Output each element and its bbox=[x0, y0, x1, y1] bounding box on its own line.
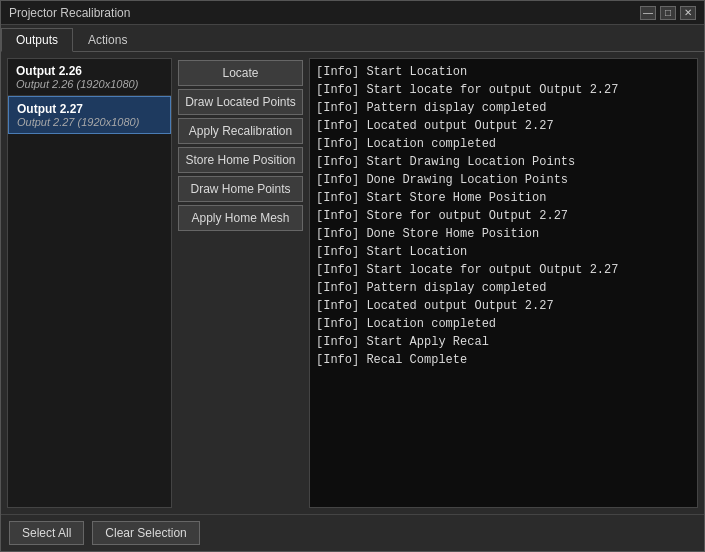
log-panel: [Info] Start Location[Info] Start locate… bbox=[309, 58, 698, 508]
clear-selection-button[interactable]: Clear Selection bbox=[92, 521, 199, 545]
log-entry: [Info] Start locate for output Output 2.… bbox=[316, 261, 691, 279]
tab-outputs[interactable]: Outputs bbox=[1, 28, 73, 52]
log-entry: [Info] Done Drawing Location Points bbox=[316, 171, 691, 189]
log-entry: [Info] Store for output Output 2.27 bbox=[316, 207, 691, 225]
log-entry: [Info] Located output Output 2.27 bbox=[316, 117, 691, 135]
log-entry: [Info] Location completed bbox=[316, 315, 691, 333]
log-entry: [Info] Start Store Home Position bbox=[316, 189, 691, 207]
store-home-position-button[interactable]: Store Home Position bbox=[178, 147, 303, 173]
output-res-2-26: Output 2.26 (1920x1080) bbox=[16, 78, 163, 90]
actions-panel: Locate Draw Located Points Apply Recalib… bbox=[178, 58, 303, 508]
outputs-panel: Output 2.26 Output 2.26 (1920x1080) Outp… bbox=[7, 58, 172, 508]
log-entry: [Info] Located output Output 2.27 bbox=[316, 297, 691, 315]
log-entry: [Info] Pattern display completed bbox=[316, 99, 691, 117]
output-name-2-26: Output 2.26 bbox=[16, 64, 163, 78]
main-window: Projector Recalibration — □ ✕ Outputs Ac… bbox=[0, 0, 705, 552]
main-content: Output 2.26 Output 2.26 (1920x1080) Outp… bbox=[1, 52, 704, 514]
log-entry: [Info] Start Location bbox=[316, 243, 691, 261]
log-entry: [Info] Start Location bbox=[316, 63, 691, 81]
draw-home-points-button[interactable]: Draw Home Points bbox=[178, 176, 303, 202]
close-button[interactable]: ✕ bbox=[680, 6, 696, 20]
window-title: Projector Recalibration bbox=[9, 6, 130, 20]
bottom-bar: Select All Clear Selection bbox=[1, 514, 704, 551]
tab-bar: Outputs Actions bbox=[1, 25, 704, 52]
log-entry: [Info] Recal Complete bbox=[316, 351, 691, 369]
minimize-button[interactable]: — bbox=[640, 6, 656, 20]
tab-actions[interactable]: Actions bbox=[73, 28, 142, 52]
apply-home-mesh-button[interactable]: Apply Home Mesh bbox=[178, 205, 303, 231]
window-controls: — □ ✕ bbox=[640, 6, 696, 20]
output-item-2-27[interactable]: Output 2.27 Output 2.27 (1920x1080) bbox=[8, 96, 171, 134]
select-all-button[interactable]: Select All bbox=[9, 521, 84, 545]
log-entry: [Info] Location completed bbox=[316, 135, 691, 153]
log-entry: [Info] Start Apply Recal bbox=[316, 333, 691, 351]
locate-button[interactable]: Locate bbox=[178, 60, 303, 86]
output-item-2-26[interactable]: Output 2.26 Output 2.26 (1920x1080) bbox=[8, 59, 171, 96]
apply-recalibration-button[interactable]: Apply Recalibration bbox=[178, 118, 303, 144]
log-entry: [Info] Done Store Home Position bbox=[316, 225, 691, 243]
log-entry: [Info] Start Drawing Location Points bbox=[316, 153, 691, 171]
title-bar: Projector Recalibration — □ ✕ bbox=[1, 1, 704, 25]
log-entry: [Info] Pattern display completed bbox=[316, 279, 691, 297]
output-name-2-27: Output 2.27 bbox=[17, 102, 162, 116]
output-res-2-27: Output 2.27 (1920x1080) bbox=[17, 116, 162, 128]
maximize-button[interactable]: □ bbox=[660, 6, 676, 20]
draw-located-points-button[interactable]: Draw Located Points bbox=[178, 89, 303, 115]
log-entry: [Info] Start locate for output Output 2.… bbox=[316, 81, 691, 99]
